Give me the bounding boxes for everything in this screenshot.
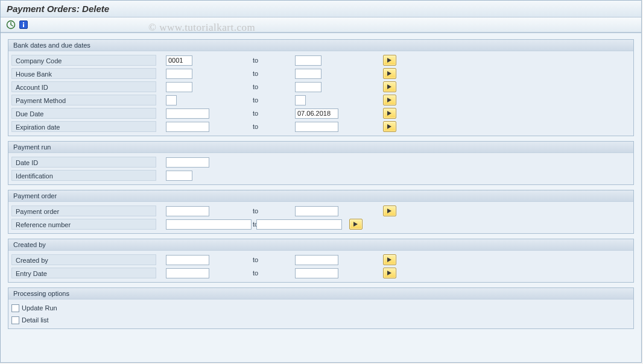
row-house-bank: House Bank to: [8, 67, 633, 80]
row-payment-method: Payment Method to: [8, 93, 633, 107]
to-label: to: [247, 221, 253, 228]
payment-order-from-input[interactable]: [166, 206, 209, 216]
group-title-payment-run: Payment run: [8, 142, 633, 153]
identification-input[interactable]: [166, 171, 192, 181]
house-bank-to-input[interactable]: [295, 69, 322, 79]
payment-order-to-input[interactable]: [295, 206, 338, 216]
label-date-id: Date ID: [11, 157, 156, 168]
arrow-right-icon: [387, 71, 393, 77]
label-account-id: Account ID: [11, 81, 156, 92]
group-payment-run: Payment run Date ID Identification: [8, 141, 634, 185]
content-area: Bank dates and due dates Company Code to…: [1, 33, 641, 336]
toolbar: [1, 17, 641, 33]
due-date-to-input[interactable]: [295, 108, 338, 119]
arrow-right-icon: [387, 270, 393, 276]
due-date-from-input[interactable]: [166, 108, 209, 119]
group-title-payment-order: Payment order: [8, 190, 633, 202]
row-company-code: Company Code to: [8, 54, 633, 67]
account-id-multi-button[interactable]: [383, 81, 396, 92]
label-created-by: Created by: [11, 254, 156, 265]
company-code-to-input[interactable]: [295, 55, 322, 66]
payment-method-multi-button[interactable]: [383, 95, 396, 105]
group-processing-options: Processing options Update Run Detail lis…: [8, 287, 634, 329]
to-label: to: [247, 269, 295, 277]
arrow-right-icon: [387, 257, 393, 263]
arrow-right-icon: [353, 221, 359, 227]
clock-execute-icon: [6, 20, 16, 30]
label-reference-number: Reference number: [11, 219, 156, 230]
info-icon: [19, 20, 28, 29]
expiration-date-from-input[interactable]: [166, 122, 209, 132]
label-update-run[interactable]: Update Run: [22, 304, 57, 312]
svg-rect-2: [23, 22, 24, 24]
payment-method-from-input[interactable]: [166, 95, 177, 105]
arrow-right-icon: [387, 208, 393, 214]
account-id-from-input[interactable]: [166, 82, 192, 92]
group-title-processing-options: Processing options: [8, 288, 633, 300]
expiration-date-to-input[interactable]: [295, 122, 338, 132]
reference-number-to-input[interactable]: [256, 219, 342, 230]
to-label: to: [247, 207, 295, 215]
label-house-bank: House Bank: [11, 68, 156, 79]
payment-order-multi-button[interactable]: [383, 206, 396, 216]
entry-date-multi-button[interactable]: [383, 268, 396, 278]
row-update-run: Update Run: [11, 302, 633, 314]
group-created-by: Created by Created by to Entry Date to: [8, 239, 634, 283]
entry-date-to-input[interactable]: [295, 268, 338, 278]
row-identification: Identification: [8, 169, 633, 182]
group-title-bank-dates: Bank dates and due dates: [8, 40, 633, 51]
due-date-multi-button[interactable]: [383, 108, 396, 119]
row-detail-list: Detail list: [11, 314, 633, 326]
entry-date-from-input[interactable]: [166, 268, 209, 278]
payment-method-to-input[interactable]: [295, 95, 306, 105]
label-identification: Identification: [11, 170, 156, 181]
svg-rect-3: [23, 24, 24, 27]
label-detail-list[interactable]: Detail list: [22, 316, 49, 324]
label-payment-method: Payment Method: [11, 95, 156, 105]
date-id-input[interactable]: [166, 157, 209, 168]
page-title: Payment Orders: Delete: [1, 1, 641, 17]
house-bank-from-input[interactable]: [166, 69, 192, 79]
update-run-checkbox[interactable]: [11, 304, 19, 312]
info-button[interactable]: [18, 19, 29, 30]
arrow-right-icon: [387, 124, 393, 130]
expiration-date-multi-button[interactable]: [383, 121, 396, 132]
reference-number-from-input[interactable]: [166, 219, 252, 230]
group-title-created-by: Created by: [8, 239, 633, 251]
row-due-date: Due Date to: [8, 107, 633, 120]
arrow-right-icon: [387, 57, 393, 63]
to-label: to: [247, 110, 295, 117]
account-id-to-input[interactable]: [295, 82, 322, 92]
to-label: to: [247, 70, 295, 77]
row-entry-date: Entry Date to: [8, 266, 633, 280]
execute-button[interactable]: [5, 19, 16, 30]
label-entry-date: Entry Date: [11, 268, 156, 278]
label-company-code: Company Code: [11, 55, 156, 66]
detail-list-checkbox[interactable]: [11, 316, 19, 324]
app-window: Payment Orders: Delete © www.tutorialkar…: [0, 0, 642, 363]
row-account-id: Account ID to: [8, 80, 633, 93]
row-created-by: Created by to: [8, 253, 633, 266]
created-by-to-input[interactable]: [295, 255, 338, 265]
company-code-multi-button[interactable]: [383, 55, 396, 66]
row-payment-order: Payment order to: [8, 204, 633, 218]
arrow-right-icon: [387, 84, 393, 90]
to-label: to: [247, 83, 295, 90]
arrow-right-icon: [387, 110, 393, 116]
row-date-id: Date ID: [8, 155, 633, 169]
label-due-date: Due Date: [11, 108, 156, 119]
arrow-right-icon: [387, 97, 393, 103]
group-bank-dates: Bank dates and due dates Company Code to…: [8, 39, 634, 136]
created-by-from-input[interactable]: [166, 255, 209, 265]
house-bank-multi-button[interactable]: [383, 68, 396, 79]
to-label: to: [247, 96, 295, 104]
label-expiration-date: Expiration date: [11, 121, 156, 132]
label-payment-order: Payment order: [11, 206, 156, 216]
reference-number-multi-button[interactable]: [349, 219, 363, 230]
company-code-from-input[interactable]: [166, 55, 192, 66]
created-by-multi-button[interactable]: [383, 254, 396, 265]
group-payment-order: Payment order Payment order to Reference…: [8, 190, 634, 234]
to-label: to: [247, 256, 295, 263]
to-label: to: [247, 57, 295, 64]
to-label: to: [247, 123, 295, 130]
